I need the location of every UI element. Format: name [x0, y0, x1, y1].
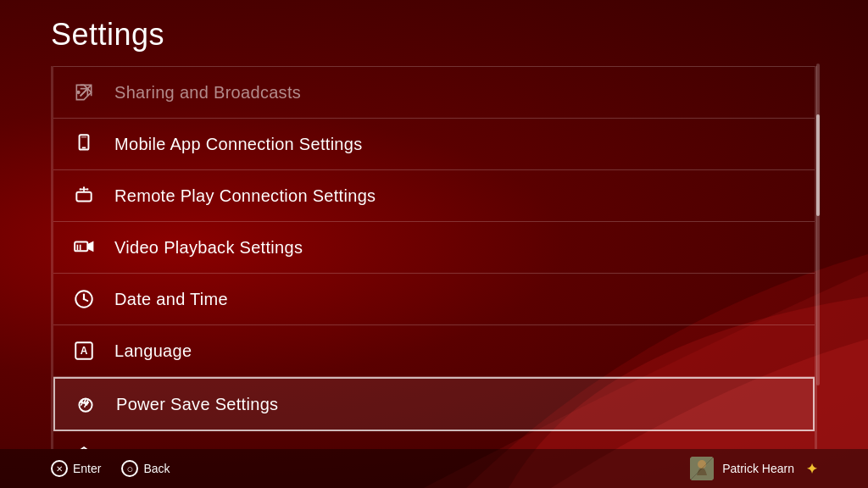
enter-button[interactable]: Enter: [51, 460, 101, 477]
item-label: Language: [114, 341, 192, 361]
footer-bar: Enter Back Patrick Hearn ✦: [0, 449, 868, 488]
mobile-icon: [70, 130, 97, 158]
sharing-icon: [70, 79, 97, 106]
menu-item-sharing[interactable]: Sharing and Broadcasts: [53, 66, 815, 119]
item-label: Date and Time: [114, 290, 228, 309]
back-button[interactable]: Back: [121, 460, 170, 477]
remote-play-icon: [70, 182, 97, 209]
menu-list: Sharing and Broadcasts Mobile App Connec…: [51, 66, 817, 449]
item-label: Remote Play Connection Settings: [114, 186, 376, 206]
menu-item-date-time[interactable]: Date and Time: [53, 274, 815, 325]
item-label: Sharing and Broadcasts: [114, 83, 301, 103]
menu-item-remote-play[interactable]: Remote Play Connection Settings: [53, 170, 815, 222]
user-info: Patrick Hearn ✦: [690, 457, 817, 480]
svg-rect-4: [76, 192, 91, 202]
footer-controls: Enter Back: [51, 460, 170, 477]
page-title: Settings: [0, 0, 868, 66]
menu-item-mobile-app[interactable]: Mobile App Connection Settings: [53, 119, 815, 170]
svg-rect-10: [75, 242, 87, 252]
svg-marker-11: [87, 242, 93, 252]
item-label: Power Save Settings: [116, 395, 278, 414]
menu-item-system[interactable]: System: [53, 431, 815, 449]
svg-rect-3: [81, 136, 87, 137]
svg-point-8: [80, 188, 81, 190]
item-label: Video Playback Settings: [114, 238, 303, 258]
system-icon: [70, 443, 97, 449]
scrollbar-thumb: [816, 114, 820, 216]
ps-plus-icon: ✦: [806, 461, 817, 477]
power-icon: [72, 391, 99, 418]
menu-item-video-playback[interactable]: Video Playback Settings: [53, 222, 815, 274]
svg-point-7: [83, 186, 85, 188]
clock-icon: [70, 286, 97, 313]
avatar: [690, 457, 714, 480]
menu-item-language[interactable]: A Language: [53, 325, 815, 377]
svg-point-26: [698, 460, 706, 469]
language-icon: A: [70, 337, 97, 364]
circle-icon: [121, 460, 138, 477]
cross-icon: [51, 460, 68, 477]
page-content: Settings Sharing and Broadcasts Mobile A…: [0, 0, 868, 488]
settings-menu: Sharing and Broadcasts Mobile App Connec…: [0, 66, 868, 449]
menu-item-power-save[interactable]: Power Save Settings: [53, 377, 815, 431]
item-label: System: [114, 447, 172, 450]
scrollbar[interactable]: [816, 64, 820, 385]
username: Patrick Hearn: [722, 462, 794, 475]
video-icon: [70, 234, 97, 261]
enter-label: Enter: [73, 462, 101, 475]
svg-point-9: [86, 188, 88, 190]
back-label: Back: [143, 462, 170, 475]
svg-point-0: [76, 91, 80, 94]
svg-point-17: [83, 298, 86, 301]
svg-text:A: A: [81, 345, 88, 357]
item-label: Mobile App Connection Settings: [114, 135, 363, 154]
